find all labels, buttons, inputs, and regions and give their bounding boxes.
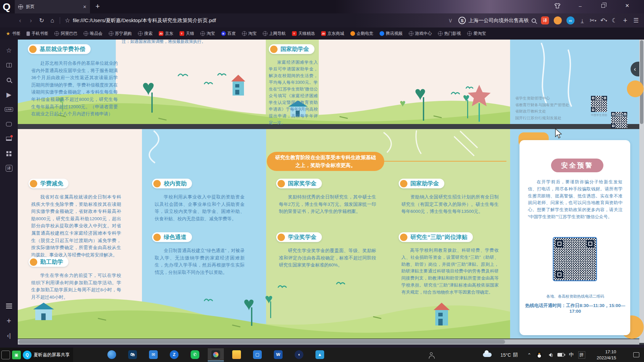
clock[interactable]: 17:102022/4/15: [588, 348, 625, 362]
translate-icon[interactable]: 译: [2, 161, 16, 176]
window-icon[interactable]: [1, 351, 10, 359]
sync-infinity-icon[interactable]: ∞: [566, 16, 575, 24]
taskbar-app-blue-z[interactable]: Z: [166, 348, 182, 361]
add-button[interactable]: +: [620, 15, 631, 26]
chat-bubble-icon[interactable]: [2, 117, 16, 131]
tab-title: 折页: [26, 4, 35, 10]
taskbar-app-quark[interactable]: ◖: [291, 348, 307, 361]
date: 2022/4/15: [597, 355, 616, 361]
reload-button[interactable]: ↻: [36, 15, 47, 26]
search-box[interactable]: S 上海一公司向境外出售高铁: [458, 17, 536, 24]
taskbar-app-file-explorer[interactable]: [229, 348, 245, 361]
download-button[interactable]: ↓: [577, 15, 588, 26]
close-button[interactable]: ✕: [620, 0, 635, 11]
search-query[interactable]: 上海一公司向境外出售高铁: [468, 17, 529, 24]
translate-page-button[interactable]: 译: [541, 16, 549, 24]
video-play-icon[interactable]: ▶: [2, 87, 16, 102]
qq-browser-logo-icon[interactable]: Q: [3, 2, 13, 12]
section-heading: 研究生“三助”岗位津贴: [399, 232, 473, 242]
bookmark-item[interactable]: ★书签: [3, 30, 23, 38]
bookmark-item[interactable]: 淘宝: [198, 30, 217, 38]
menu-hamburger-icon[interactable]: ☰: [631, 15, 641, 26]
bookmark-item[interactable]: 搜索: [136, 30, 155, 38]
horizontal-scrollbar[interactable]: [18, 339, 639, 345]
time: 17:10: [605, 349, 616, 355]
tray-expand-chevron-icon[interactable]: ⌃: [524, 348, 534, 362]
bookmark-item[interactable]: 爱淘宝: [465, 30, 489, 38]
policy-note: 注：如遇国家政策调整，将按最新政策执行。: [122, 40, 233, 45]
taskbar-app-photos[interactable]: ▲: [312, 348, 328, 361]
taskbar-app-projection[interactable]: ▢: [249, 348, 265, 361]
weather-widget[interactable]: 15°C阴: [495, 348, 524, 362]
bookmark-item[interactable]: JD京东: [156, 30, 176, 38]
live-icon[interactable]: LIVE: [2, 102, 16, 117]
phone-icon: [27, 32, 30, 36]
qq-tray-icon[interactable]: [534, 348, 544, 362]
forward-button[interactable]: ›: [26, 15, 36, 26]
section-body: 资助纳入全国研究生招生计划的所有全日制研究生（有固定工资收入的除外）。硕士生每生…: [401, 193, 499, 215]
section-body: 学生在学有余力的前提下，可以在学校组织下利用课余时间参加勤工助学活动。学生参加勤…: [31, 272, 121, 301]
taskbar-app-mail[interactable]: ✉: [145, 348, 161, 361]
bookmark-item[interactable]: 腾讯视频: [377, 30, 405, 38]
back-button[interactable]: ‹: [15, 15, 26, 26]
taskbar-app-screen-record[interactable]: [208, 348, 224, 361]
qq-icon[interactable]: Q: [23, 351, 32, 359]
restore-button[interactable]: [595, 0, 611, 11]
globe-icon: [438, 31, 443, 36]
bookmark-item[interactable]: 热门影视: [436, 30, 463, 38]
penguin-esports-icon: [350, 31, 355, 36]
bookmark-item[interactable]: 淘宝: [240, 30, 259, 38]
ime-language-indicator[interactable]: 中: [566, 348, 577, 362]
theme-skin-button[interactable]: [550, 0, 565, 11]
screenshot-scissors-button[interactable]: ✂▾: [588, 15, 598, 26]
outline-list-icon[interactable]: [2, 299, 16, 313]
url-text[interactable]: file:///C:/Users/夏昕嘉/Desktop/本专科及研究生政策简介…: [73, 17, 216, 24]
night-mode-moon-icon[interactable]: ☾: [609, 15, 620, 26]
bookmark-item[interactable]: 阿里巴巴: [52, 30, 80, 38]
volume-icon[interactable]: ): [544, 348, 555, 362]
screen-share-icon[interactable]: ▣: [12, 351, 21, 359]
shopping-cart-icon[interactable]: [2, 131, 16, 146]
url-dropdown-chevron-icon[interactable]: ∨: [445, 15, 456, 26]
bookmark-item[interactable]: 唯品会: [81, 30, 105, 38]
bookmark-item[interactable]: B百度: [219, 30, 238, 38]
browser-tab[interactable]: 折页 ✕: [15, 0, 90, 13]
weather-cloud-icon[interactable]: [481, 348, 494, 362]
tmall-icon: T: [292, 31, 297, 36]
taskbar-app-word[interactable]: W: [270, 348, 286, 361]
section-body: 我省对在省属高校就读的全日制本专科残疾大学生免除学费，资助标准按其在读期间实缴学…: [31, 193, 121, 258]
favorites-star-icon[interactable]: ☆: [2, 43, 16, 58]
bookmark-item[interactable]: 企鹅电竞: [348, 30, 376, 38]
ime-pinyin-indicator[interactable]: 拼: [577, 348, 587, 362]
section-body: 赴苏北相关符合条件的基层单位就业的省内外普通高校应届毕业生，将于服务期满36个月…: [31, 60, 118, 118]
search-icon[interactable]: [532, 18, 536, 23]
tab-close-icon[interactable]: ✕: [83, 4, 87, 9]
home-button[interactable]: ⌂: [47, 15, 58, 26]
people-tray-icon[interactable]: [425, 348, 438, 362]
minimize-button[interactable]: –: [573, 0, 588, 11]
bookmark-star-icon[interactable]: ☆: [62, 15, 73, 26]
collapse-sidebar-icon[interactable]: ‹|: [2, 328, 16, 343]
assistant-icon[interactable]: [554, 16, 562, 24]
reading-book-icon[interactable]: [2, 58, 16, 72]
apps-grid-icon[interactable]: [2, 146, 16, 161]
svg-text:♥: ♥: [265, 291, 273, 306]
sidebar-add-icon[interactable]: +: [2, 313, 16, 328]
bookmark-item[interactable]: JD京东商城: [319, 30, 347, 38]
taskbar-app-store[interactable]: 🛍: [125, 348, 141, 361]
bookmark-item[interactable]: 上网导航: [260, 30, 288, 38]
battery-icon[interactable]: [555, 348, 566, 362]
taskbar-app-wechat[interactable]: ✆: [187, 348, 203, 361]
bookmark-item[interactable]: 苏宁易购: [106, 30, 134, 38]
search-icon[interactable]: [2, 72, 16, 87]
bookmark-item[interactable]: T天猫: [177, 30, 197, 38]
notification-center-icon[interactable]: [630, 348, 642, 362]
bookmark-item[interactable]: 游戏中心: [406, 30, 434, 38]
bookmark-item[interactable]: 手机书签: [24, 30, 51, 38]
screen-share-widget[interactable]: ▣ Q 夏昕嘉的屏幕共享: [0, 348, 73, 362]
new-tab-button[interactable]: +: [93, 1, 103, 11]
taskbar-app-browser[interactable]: [104, 348, 120, 361]
history-undo-button[interactable]: ↶▾: [598, 15, 609, 26]
bookmark-item[interactable]: T天猫精选: [290, 30, 317, 38]
horizontal-scroll-thumb[interactable]: [18, 340, 505, 344]
